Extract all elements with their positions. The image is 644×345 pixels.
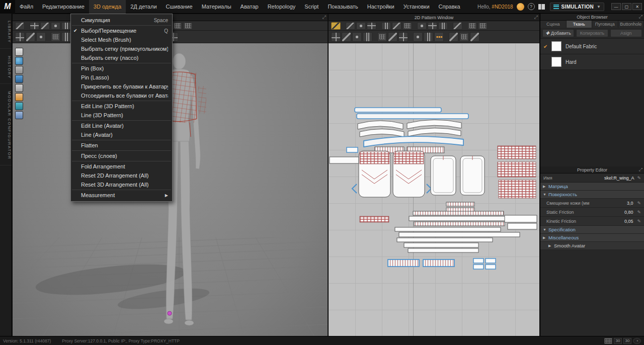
menu-2d-patterns[interactable]: 2Д детали (126, 0, 161, 14)
copy-fabric-button[interactable]: Копировать (576, 29, 608, 37)
toolbar-icon[interactable] (381, 22, 391, 30)
toolbar-icon[interactable] (346, 22, 355, 30)
edit-icon[interactable] (637, 201, 641, 206)
fabric-swatch[interactable] (551, 41, 561, 51)
toolbar-icon[interactable] (15, 32, 25, 42)
fabric-list-item[interactable]: Hard (540, 54, 644, 70)
toolbar-icon[interactable] (367, 22, 376, 30)
toolbar-icon[interactable] (15, 22, 25, 30)
menu-item-detach-pins[interactable]: Отсоединить все булавки от Аватара (71, 91, 172, 100)
menu-item-simulate[interactable]: Симуляция Space (71, 16, 172, 25)
menu-item-line-avatar[interactable]: Line (Avatar) (71, 130, 172, 139)
fabric-swatch[interactable] (551, 57, 561, 67)
coin-icon[interactable] (517, 3, 524, 11)
grid-view-icon[interactable] (467, 22, 477, 30)
toolbar-icon[interactable] (40, 22, 50, 30)
toolbar-icon[interactable] (453, 22, 462, 30)
grid-status-icon[interactable] (604, 338, 612, 344)
toolbar-icon[interactable] (36, 32, 46, 42)
toolbar-icon[interactable] (403, 22, 412, 30)
object-browser-header[interactable]: Object Browser (540, 14, 644, 21)
app-logo[interactable]: M (0, 0, 15, 14)
pin-marker[interactable] (168, 311, 172, 315)
rail-tab-library[interactable]: LIBRARY (0, 16, 12, 49)
toolbar-icon[interactable] (363, 32, 372, 42)
tab-scene[interactable]: Сцена (540, 21, 567, 28)
menu-item-fold-arrangement[interactable]: Fold Arrangement (71, 162, 172, 171)
minimize-button[interactable] (611, 3, 621, 10)
menu-item-edit-line-avatar[interactable]: Edit Line (Avatar) (71, 121, 172, 130)
help-icon[interactable] (528, 3, 535, 10)
section-miscellaneous[interactable]: Miscellaneous (540, 234, 644, 242)
toolbar-icon[interactable] (413, 32, 423, 42)
pattern-piece[interactable] (446, 202, 474, 212)
section-specification[interactable]: Specification (540, 226, 644, 234)
pattern-piece[interactable] (498, 146, 536, 198)
viewport-tool-icon[interactable] (15, 75, 23, 83)
section-smooth-avatar[interactable]: Smooth Avatar (540, 242, 644, 250)
grid-view-icon[interactable] (478, 22, 488, 30)
edit-icon[interactable] (637, 210, 641, 215)
menu-item-reset-3d-arrangement[interactable]: Reset 3D Arrangement (All) (71, 180, 172, 189)
toolbar-icon[interactable] (424, 32, 433, 42)
toolbar-icon[interactable] (26, 32, 35, 42)
add-fabric-button[interactable]: Добавить (542, 29, 574, 37)
toolbar-icon[interactable] (61, 22, 71, 30)
rail-tab-modular-configurator[interactable]: MODULAR CONFIGURATOR (0, 86, 12, 165)
pattern-piece[interactable] (388, 258, 496, 269)
assign-fabric-button[interactable]: Asign (610, 29, 642, 37)
menu-materials[interactable]: Материалы (197, 0, 236, 14)
menu-3d-garment[interactable]: 3D одежда (89, 0, 126, 14)
pattern-piece[interactable] (358, 120, 461, 137)
tab-fabric[interactable]: Ткань (567, 21, 593, 28)
toolbar-icon[interactable] (51, 22, 60, 30)
pattern-piece[interactable] (355, 108, 468, 119)
expand-icon[interactable] (534, 15, 538, 20)
pattern-piece[interactable] (395, 227, 520, 252)
menu-item-press-layers[interactable]: Пресс (слоев) (71, 151, 172, 160)
simulation-mode-selector[interactable]: SIMULATION (550, 3, 604, 11)
menu-retopology[interactable]: Retopology (263, 0, 300, 14)
toolbar-icon[interactable] (356, 22, 366, 30)
transform-tool-icon[interactable] (331, 22, 341, 30)
edit-icon[interactable] (637, 176, 641, 181)
toolbar-icon[interactable] (331, 32, 341, 42)
toolbar-icon[interactable] (61, 32, 71, 42)
menu-sewing[interactable]: Сшивание (162, 0, 197, 14)
expand-icon[interactable] (323, 15, 326, 20)
toolbar-icon[interactable] (398, 32, 408, 42)
tab-button[interactable]: Пуговица (592, 21, 618, 28)
menu-item-measurement[interactable]: Measurement (71, 191, 172, 200)
toolbar-icon[interactable] (470, 32, 479, 42)
property-editor-header[interactable]: Property Editor (540, 166, 644, 174)
menu-item-select-move[interactable]: Выбор/Перемещение Q (71, 26, 172, 35)
pattern-pieces[interactable] (329, 43, 539, 336)
menu-script[interactable]: Script (300, 0, 323, 14)
network-icon[interactable] (633, 338, 641, 344)
menu-item-select-mesh-lasso[interactable]: Выбрать сетку (лассо) (71, 53, 172, 62)
tab-buttonhole[interactable]: Buttonhole (618, 21, 644, 28)
grid-view-icon[interactable] (173, 22, 182, 30)
toolbar-icon[interactable] (30, 22, 39, 30)
fps-limit-a[interactable]: 30 (614, 338, 622, 344)
pattern-piece[interactable] (364, 136, 463, 147)
toolbar-icon[interactable] (459, 32, 469, 42)
2d-pattern-canvas[interactable] (329, 43, 539, 336)
viewport-tool-icon[interactable] (15, 111, 23, 119)
close-button[interactable] (632, 3, 642, 10)
pattern-piece[interactable] (431, 156, 485, 195)
menu-preferences[interactable]: Установки (399, 0, 434, 14)
section-matrix[interactable]: Матрица (540, 183, 644, 191)
toolbar-icon[interactable] (449, 32, 458, 42)
menu-edit[interactable]: Редактирование (38, 0, 89, 14)
menu-item-pin-lasso[interactable]: Pin (Lasso) (71, 73, 172, 82)
maximize-button[interactable] (622, 3, 631, 10)
menu-avatar[interactable]: Аватар (236, 0, 263, 14)
menu-item-line-3d[interactable]: Line (3D Pattern) (71, 111, 172, 120)
toolbar-icon[interactable] (352, 32, 362, 42)
edit-icon[interactable] (637, 219, 641, 224)
viewport-tool-icon[interactable] (15, 93, 23, 101)
menu-item-reset-2d-arrangement[interactable]: Reset 2D Arrangement (All) (71, 171, 172, 180)
menu-item-select-mesh-box[interactable]: Выбрать сетку (прямоугольником) (71, 44, 172, 53)
toolbar-icon[interactable] (417, 22, 427, 30)
